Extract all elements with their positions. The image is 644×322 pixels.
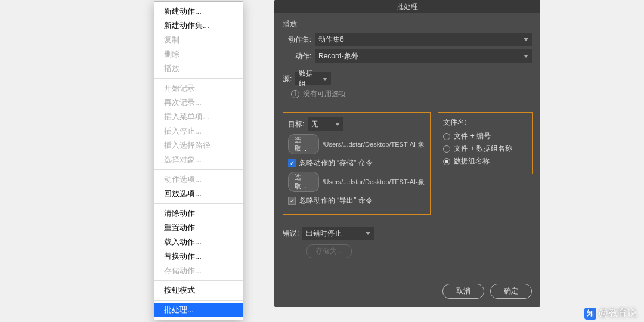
watermark-text: @教育说 [599,307,637,320]
cancel-button[interactable]: 取消 [442,284,484,299]
no-options-text: 没有可用选项 [303,89,346,99]
menu-item[interactable]: 批处理... [154,303,243,317]
filename-option[interactable]: 文件 + 数据组名称 [443,144,528,154]
ok-button[interactable]: 确定 [490,284,532,299]
action-value: Record-象外 [318,51,358,61]
choose-folder-button-2[interactable]: 选取... [288,172,319,192]
dialog-buttons: 取消 确定 [442,284,532,299]
action-select[interactable]: Record-象外 [315,49,532,63]
dialog-title: 批处理 [274,0,540,13]
dest-path-1: /Users/...dstar/Desktop/TEST-AI-象外 [323,140,426,149]
error-select[interactable]: 出错时停止 [302,227,374,240]
filename-option[interactable]: 文件 + 编号 [443,131,528,141]
menu-item: 开始记录 [154,81,243,95]
menu-item: 选择对象... [154,153,243,167]
error-label: 错误: [283,228,299,239]
save-as-button: 存储为... [306,244,352,258]
filename-option-label: 文件 + 数据组名称 [454,144,512,154]
menu-item: 复制 [154,33,243,47]
chevron-down-icon [335,123,340,126]
batch-dialog: 批处理 播放 动作集: 动作集6 动作: Record-象外 源: 数据组 [274,0,540,307]
chevron-down-icon [524,55,528,58]
menu-item: 再次记录... [154,95,243,110]
override-save-checkbox[interactable]: ✓ [288,159,296,167]
choose-folder-button-1[interactable]: 选取... [288,134,319,154]
error-value: 出错时停止 [306,228,342,239]
error-section: 错误: 出错时停止 存储为... [274,215,540,258]
source-section: 源: 数据组 i 没有可用选项 [274,66,540,99]
source-select[interactable]: 数据组 [295,72,331,85]
action-set-label: 动作集: [283,35,311,45]
filename-panel: 文件名: 文件 + 编号文件 + 数据组名称数据组名称 [438,112,533,174]
radio-icon [443,158,450,165]
dest-value: 无 [311,119,318,129]
dest-path-2: /Users/...dstar/Desktop/TEST-AI-象外 [323,178,426,187]
dest-select[interactable]: 无 [308,117,343,131]
chevron-down-icon [524,38,528,41]
menu-item: 插入菜单项... [154,110,243,124]
action-set-select[interactable]: 动作集6 [315,33,532,46]
menu-item[interactable]: 载入动作... [154,235,243,249]
actions-context-menu: 新建动作...新建动作集...复制删除播放开始记录再次记录...插入菜单项...… [154,1,243,320]
menu-separator [154,78,243,79]
menu-item: 插入选择路径 [154,138,243,153]
no-options-info: i 没有可用选项 [291,89,532,99]
filename-option-label: 文件 + 编号 [454,131,491,141]
menu-item: 插入停止... [154,124,243,138]
menu-item: 存储动作... [154,264,243,278]
watermark: 知 @教育说 [584,307,637,320]
menu-item[interactable]: 重置动作 [154,221,243,235]
menu-item[interactable]: 新建动作集... [154,18,243,33]
menu-item[interactable]: 清除动作 [154,206,243,221]
action-set-value: 动作集6 [318,35,344,45]
source-label: 源: [283,74,292,84]
radio-icon [443,133,450,140]
menu-item[interactable]: 回放选项... [154,187,243,201]
override-export-label: 忽略动作的 “导出” 命令 [299,196,373,206]
action-label: 动作: [283,51,311,61]
override-export-checkbox[interactable]: ✓ [288,197,296,205]
play-section: 播放 动作集: 动作集6 动作: Record-象外 [274,13,540,63]
filename-option-label: 数据组名称 [454,156,490,166]
menu-item[interactable]: 新建动作... [154,4,243,18]
chevron-down-icon [323,78,327,80]
menu-item[interactable]: 替换动作... [154,249,243,264]
menu-separator [154,300,243,301]
chevron-down-icon [366,232,370,235]
menu-separator [154,203,243,204]
menu-separator [154,169,243,170]
menu-item[interactable]: 按钮模式 [154,283,243,298]
override-save-label: 忽略动作的 “存储” 命令 [299,158,373,168]
destination-panel: 目标: 无 选取... /Users/...dstar/Desktop/TEST… [283,112,431,215]
menu-separator [154,280,243,281]
play-section-title: 播放 [283,19,532,29]
menu-item: 删除 [154,47,243,61]
menu-item: 动作选项... [154,172,243,187]
radio-icon [443,145,450,153]
zhihu-icon: 知 [584,308,596,320]
menu-item: 播放 [154,61,243,76]
info-icon: i [291,90,299,98]
filename-option[interactable]: 数据组名称 [443,156,528,166]
filename-label: 文件名: [443,117,528,128]
dest-label: 目标: [288,119,304,129]
source-value: 数据组 [299,69,318,89]
